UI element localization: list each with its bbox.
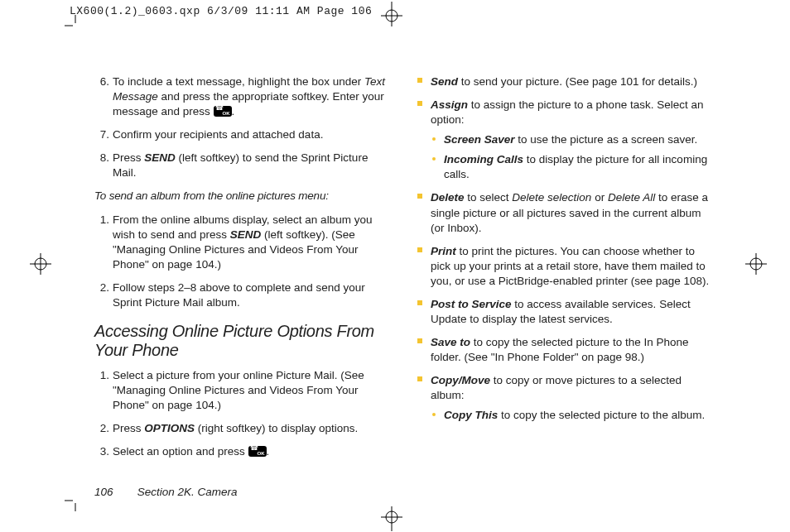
option-subitem: Screen Saver to use the picture as a scr… xyxy=(431,132,717,147)
option-term: Assign xyxy=(431,98,468,111)
page-body: 6.To include a text message, highlight t… xyxy=(70,25,724,505)
print-slug: LX600(1.2)_0603.qxp 6/3/09 11:11 AM Page… xyxy=(70,5,372,17)
inline-bold-italic: SEND xyxy=(230,228,262,241)
steps-album-1-2: 1.From the online albums display, select… xyxy=(94,213,394,310)
list-item: 2.Press OPTIONS (right softkey) to displ… xyxy=(94,421,394,436)
page-number: 106 xyxy=(94,486,134,498)
option-subitem: Copy This to copy the selected picture t… xyxy=(431,408,717,423)
intro-send-album: To send an album from the online picture… xyxy=(94,189,394,204)
list-item: 7.Confirm your recipients and attached d… xyxy=(94,127,394,142)
option-item: Assign to assign the picture to a phone … xyxy=(417,98,717,182)
crop-mark-bottom xyxy=(381,506,402,531)
option-term: Incoming Calls xyxy=(444,153,523,165)
list-index: 2. xyxy=(94,280,109,295)
list-index: 2. xyxy=(94,421,109,436)
left-column: 6.To include a text message, highlight t… xyxy=(70,74,394,455)
list-index: 8. xyxy=(94,151,109,165)
list-item: 1.Select a picture from your online Pict… xyxy=(94,368,394,413)
inline-bold-italic: SEND xyxy=(144,151,176,164)
option-term: Screen Saver xyxy=(444,133,515,146)
inline-bold-italic: OPTIONS xyxy=(144,422,195,434)
list-item: 1.From the online albums display, select… xyxy=(94,213,394,272)
inline-italic: Delete All xyxy=(608,191,655,204)
list-index: 3. xyxy=(94,444,109,459)
option-term: Delete xyxy=(431,191,465,204)
option-sublist: Copy This to copy the selected picture t… xyxy=(431,408,717,423)
list-index: 7. xyxy=(94,127,109,142)
steps-options-1-3: 1.Select a picture from your online Pict… xyxy=(94,368,394,459)
list-index: 1. xyxy=(94,368,109,383)
list-item: 6.To include a text message, highlight t… xyxy=(94,74,394,119)
inline-italic: Text Message xyxy=(113,75,385,103)
ok-key-icon xyxy=(248,446,267,457)
crop-mark-right xyxy=(745,253,767,275)
option-sublist: Screen Saver to use the picture as a scr… xyxy=(431,132,717,182)
option-term: Copy This xyxy=(444,409,498,421)
option-item: Copy/Move to copy or move pictures to a … xyxy=(417,373,717,423)
right-column: Send to send your picture. (See page 101… xyxy=(417,74,724,455)
option-item: Print to print the pictures. You can cho… xyxy=(417,244,717,289)
option-term: Post to Service xyxy=(431,298,512,310)
list-item: 8.Press SEND (left softkey) to send the … xyxy=(94,151,394,180)
options-list: Send to send your picture. (See page 101… xyxy=(417,74,717,423)
subhead-accessing-options: Accessing Online Picture Options From Yo… xyxy=(94,322,394,360)
option-item: Send to send your picture. (See page 101… xyxy=(417,74,717,89)
option-subitem: Incoming Calls to display the picture fo… xyxy=(431,152,717,182)
option-item: Delete to select Delete selection or Del… xyxy=(417,190,717,235)
option-term: Print xyxy=(431,245,456,257)
list-index: 6. xyxy=(94,74,109,89)
section-label: Section 2K. Camera xyxy=(137,486,238,498)
page-footer: 106 Section 2K. Camera xyxy=(94,486,238,498)
ok-key-icon xyxy=(214,106,232,117)
list-item: 3.Select an option and press . xyxy=(94,444,394,459)
option-term: Copy/Move xyxy=(431,374,490,386)
option-item: Save to to copy the selected picture to … xyxy=(417,335,717,365)
steps-6-8: 6.To include a text message, highlight t… xyxy=(94,74,394,180)
inline-italic: Delete selection xyxy=(512,191,591,204)
crop-mark-left xyxy=(30,253,51,275)
option-term: Send xyxy=(431,75,458,88)
crop-mark-top xyxy=(381,2,402,26)
option-item: Post to Service to access available serv… xyxy=(417,297,717,327)
option-term: Save to xyxy=(431,336,470,348)
list-index: 1. xyxy=(94,213,109,228)
list-item: 2.Follow steps 2–8 above to complete and… xyxy=(94,280,394,310)
